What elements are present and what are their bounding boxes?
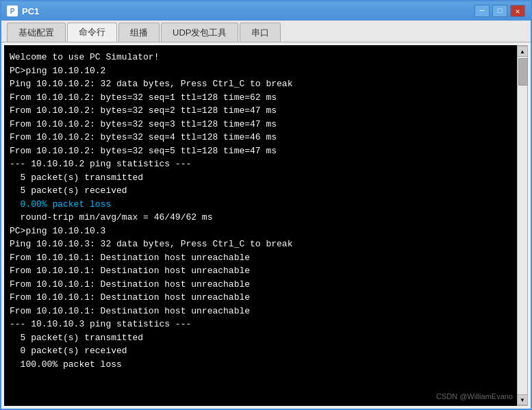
watermark: CSDN @WilliamEvano [436,391,513,402]
main-window: P PC1 ─ □ ✕ 基础配置 命令行 组播 UDP发包工具 串口 Welco… [0,0,532,410]
maximize-button[interactable]: □ [492,5,507,17]
terminal-line: 0.00% packet loss [10,198,511,212]
minimize-button[interactable]: ─ [474,5,490,17]
terminal-line: 0 packet(s) received [10,344,511,358]
scrollbar-up-button[interactable]: ▲ [517,46,528,57]
terminal-line: From 10.10.10.1: Destination host unreac… [10,251,511,265]
title-bar: P PC1 ─ □ ✕ [1,1,531,21]
tab-basic-config[interactable]: 基础配置 [7,23,66,42]
terminal-line: 100.00% packet loss [10,358,511,372]
terminal-line: 5 packet(s) transmitted [10,331,511,345]
scrollbar-thumb[interactable] [518,58,528,86]
tab-multicast[interactable]: 组播 [118,23,160,42]
terminal-line: From 10.10.10.2: bytes=32 seq=1 ttl=128 … [10,91,511,105]
window-icon: P [7,5,18,16]
content-area: Welcome to use PC Simulator!PC>ping 10.1… [1,42,531,409]
tab-udp-tool[interactable]: UDP发包工具 [161,23,238,42]
terminal-line: --- 10.10.10.3 ping statistics --- [10,318,511,331]
terminal-line: Ping 10.10.10.3: 32 data bytes, Press Ct… [10,238,511,251]
scrollbar-down-button[interactable]: ▼ [517,394,528,405]
window-title: PC1 [22,6,39,16]
terminal-line: From 10.10.10.1: Destination host unreac… [10,291,511,305]
tab-bar: 基础配置 命令行 组播 UDP发包工具 串口 [1,21,531,42]
terminal[interactable]: Welcome to use PC Simulator!PC>ping 10.1… [4,45,517,406]
terminal-line: From 10.10.10.1: Destination host unreac… [10,305,511,318]
terminal-line: PC>ping 10.10.10.2 [10,64,511,78]
terminal-line: round-trip min/avg/max = 46/49/62 ms [10,211,511,225]
terminal-line: 5 packet(s) received [10,184,511,198]
close-button[interactable]: ✕ [510,5,525,17]
terminal-line: From 10.10.10.2: bytes=32 seq=2 ttl=128 … [10,104,511,118]
tab-command-line[interactable]: 命令行 [67,23,117,42]
title-controls: ─ □ ✕ [474,5,525,17]
tab-serial[interactable]: 串口 [240,23,281,42]
title-bar-left: P PC1 [7,5,39,16]
terminal-line: From 10.10.10.1: Destination host unreac… [10,278,511,292]
terminal-line: 5 packet(s) transmitted [10,171,511,185]
terminal-line: From 10.10.10.2: bytes=32 seq=3 ttl=128 … [10,118,511,131]
terminal-line: Ping 10.10.10.2: 32 data bytes, Press Ct… [10,77,511,91]
scrollbar[interactable]: ▲ ▼ [517,45,528,406]
terminal-line: From 10.10.10.2: bytes=32 seq=5 ttl=128 … [10,144,511,158]
scrollbar-track [518,57,527,394]
terminal-line: Welcome to use PC Simulator! [10,51,511,64]
terminal-line: PC>ping 10.10.10.3 [10,225,511,238]
terminal-line: From 10.10.10.1: Destination host unreac… [10,264,511,278]
terminal-line: --- 10.10.10.2 ping statistics --- [10,157,511,171]
terminal-line: From 10.10.10.2: bytes=32 seq=4 ttl=128 … [10,131,511,144]
